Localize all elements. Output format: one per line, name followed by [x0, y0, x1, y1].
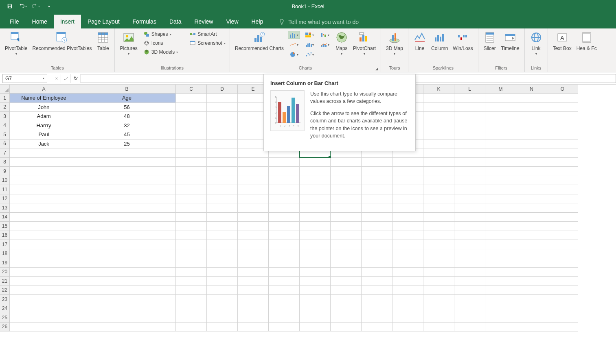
cell-a5[interactable]: Paul [10, 130, 78, 139]
3d-map-button[interactable]: 3D Map ▾ [384, 30, 406, 57]
cell-b3[interactable]: 48 [78, 112, 176, 121]
column-header-b[interactable]: B [78, 85, 176, 94]
slicer-button[interactable]: Slicer [481, 30, 499, 52]
cell-b2[interactable]: 56 [78, 103, 176, 112]
icons-button[interactable]: Icons [142, 39, 180, 47]
pie-doughnut-chart-button[interactable]: ▾ [288, 50, 300, 59]
select-all-corner[interactable] [0, 85, 10, 94]
cell-a6[interactable]: Jack [10, 139, 78, 149]
tab-review[interactable]: Review [188, 15, 220, 28]
waterfall-stock-chart-button[interactable]: ▾ [319, 31, 331, 39]
tab-page-layout[interactable]: Page Layout [81, 15, 126, 28]
row-header-12[interactable]: 12 [0, 194, 10, 204]
row-header-6[interactable]: 6 [0, 139, 10, 149]
sparkline-line-button[interactable]: Line [411, 30, 429, 52]
row-header-9[interactable]: 9 [0, 167, 10, 176]
cell-b5[interactable]: 45 [78, 130, 176, 139]
svg-point-44 [310, 52, 311, 54]
combo-chart-button[interactable]: ▾ [319, 41, 331, 49]
tab-file[interactable]: File [3, 15, 26, 28]
timeline-button[interactable]: Timeline [499, 30, 522, 52]
charts-dialog-launcher[interactable]: ◢ [375, 67, 379, 71]
cell-b1[interactable]: Age [78, 94, 176, 103]
svg-rect-34 [309, 33, 311, 34]
row-header-19[interactable]: 19 [0, 258, 10, 268]
row-header-23[interactable]: 23 [0, 295, 10, 304]
cell-b6[interactable]: 25 [78, 139, 176, 149]
row-header-7[interactable]: 7 [0, 148, 10, 158]
screenshot-button[interactable]: Screenshot ▾ [188, 39, 227, 47]
row-header-21[interactable]: 21 [0, 277, 10, 286]
line-area-chart-button[interactable]: ▾ [288, 41, 300, 49]
scatter-bubble-chart-button[interactable]: ▾ [303, 50, 316, 59]
row-header-3[interactable]: 3 [0, 112, 10, 121]
name-box[interactable]: G7▾ [2, 74, 47, 83]
cell-a4[interactable]: Harrry [10, 121, 78, 131]
tab-home[interactable]: Home [26, 15, 54, 28]
insert-function-button[interactable]: fx [71, 74, 81, 83]
undo-button[interactable]: ▾ [17, 0, 28, 12]
column-header-d[interactable]: D [207, 85, 238, 94]
pictures-button[interactable]: Pictures▾ [117, 30, 140, 57]
row-header-10[interactable]: 10 [0, 176, 10, 185]
row-header-15[interactable]: 15 [0, 222, 10, 231]
sparkline-winloss-button[interactable]: Win/Loss [450, 30, 475, 52]
shapes-button[interactable]: Shapes ▾ [142, 30, 180, 38]
column-header-a[interactable]: A [10, 85, 78, 94]
row-header-1[interactable]: 1 [0, 94, 10, 103]
row-header-26[interactable]: 26 [0, 323, 10, 332]
row-header-20[interactable]: 20 [0, 268, 10, 277]
row-header-13[interactable]: 13 [0, 203, 10, 213]
svg-point-42 [307, 53, 309, 54]
table-button[interactable]: Table [94, 30, 112, 52]
cancel-formula-button[interactable] [51, 74, 61, 83]
row-header-14[interactable]: 14 [0, 213, 10, 222]
column-header-m[interactable]: M [485, 85, 516, 94]
enter-formula-button[interactable] [61, 74, 71, 83]
row-header-25[interactable]: 25 [0, 313, 10, 323]
cell-a3[interactable]: Adam [10, 112, 78, 121]
header-footer-button[interactable]: Hea & Fc [574, 30, 599, 52]
row-header-24[interactable]: 24 [0, 304, 10, 314]
column-header-o[interactable]: O [547, 85, 578, 94]
row-header-4[interactable]: 4 [0, 121, 10, 131]
column-header-k[interactable]: K [423, 85, 454, 94]
row-header-5[interactable]: 5 [0, 130, 10, 139]
row-header-18[interactable]: 18 [0, 249, 10, 259]
maps-button[interactable]: Maps▾ [333, 30, 351, 57]
tab-insert[interactable]: Insert [54, 15, 81, 28]
cell-a1[interactable]: Name of Employee [10, 94, 78, 103]
qat-customize-button[interactable]: ▾ [43, 0, 55, 12]
cell-a2[interactable]: John [10, 103, 78, 112]
column-bar-chart-button[interactable]: ▾ [288, 31, 300, 39]
sparkline-column-button[interactable]: Column [429, 30, 450, 52]
tab-data[interactable]: Data [163, 15, 188, 28]
svg-text:4: 4 [293, 124, 294, 127]
hierarchy-chart-button[interactable]: ▾ [303, 31, 316, 39]
textbox-button[interactable]: AText Box [550, 30, 574, 52]
smartart-button[interactable]: SmartArt [188, 30, 227, 38]
save-button[interactable] [4, 0, 15, 12]
row-header-2[interactable]: 2 [0, 103, 10, 112]
row-header-22[interactable]: 22 [0, 286, 10, 295]
link-button[interactable]: Link▾ [527, 30, 545, 57]
statistic-chart-button[interactable]: ▾ [303, 41, 316, 49]
tab-view[interactable]: View [219, 15, 245, 28]
tell-me-search[interactable]: Tell me what you want to do [274, 15, 363, 28]
tab-formulas[interactable]: Formulas [126, 15, 163, 28]
column-header-l[interactable]: L [454, 85, 485, 94]
cell-b4[interactable]: 32 [78, 121, 176, 131]
pivottable-button[interactable]: PivotTable▾ [2, 30, 30, 57]
3d-models-button[interactable]: 3D Models ▾ [142, 48, 180, 56]
row-header-16[interactable]: 16 [0, 231, 10, 240]
row-header-17[interactable]: 17 [0, 240, 10, 249]
recommended-pivottables-button[interactable]: ? Recommended PivotTables [30, 30, 94, 52]
recommended-charts-button[interactable]: ? Recommended Charts [232, 30, 286, 52]
pivotchart-button[interactable]: PivotChart▾ [351, 30, 378, 57]
column-header-n[interactable]: N [516, 85, 547, 94]
tab-help[interactable]: Help [245, 15, 270, 28]
row-header-8[interactable]: 8 [0, 158, 10, 167]
row-header-11[interactable]: 11 [0, 185, 10, 194]
redo-button[interactable]: ▾ [30, 0, 42, 12]
column-header-c[interactable]: C [176, 85, 207, 94]
